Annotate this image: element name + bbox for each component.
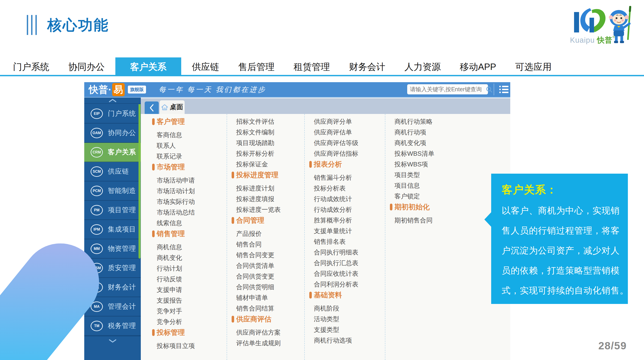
menu-item[interactable]: 招标文件评估 (227, 116, 304, 127)
menu-item[interactable]: 销售排名表 (305, 236, 385, 247)
top-tab[interactable]: 人力资源 (396, 57, 449, 76)
menu-item[interactable]: 投标保证金 (227, 159, 304, 170)
menu-item[interactable]: 项目类型 (385, 170, 466, 180)
menu-item[interactable]: 评估单生成规则 (227, 338, 304, 349)
top-tab[interactable]: 门户系统 (4, 57, 58, 76)
menu-item[interactable]: 投标WBS项 (385, 159, 466, 170)
menu-item[interactable]: 合同供货明细 (227, 282, 304, 292)
menu-item[interactable]: 销售漏斗分析 (305, 172, 385, 183)
top-tab[interactable]: 租赁管理 (285, 57, 338, 76)
menu-item[interactable]: 合同应收统计表 (305, 268, 385, 279)
menu-item[interactable]: 竞争分析 (148, 317, 227, 327)
search-input[interactable] (407, 86, 486, 93)
menu-item[interactable]: 供应商评估单 (305, 127, 385, 138)
menu-item[interactable]: 支援单量统计 (305, 226, 385, 236)
menu-item[interactable]: 行动计划 (148, 263, 227, 274)
search-icon[interactable] (486, 86, 492, 93)
top-tab[interactable]: 供应链 (184, 57, 228, 76)
top-tab[interactable]: 可选应用 (507, 57, 560, 76)
menu-item[interactable]: 产品报价 (227, 228, 304, 239)
menu-section-header: 销售管理 (148, 228, 227, 239)
menu-item[interactable]: 供应商评分单 (305, 116, 385, 127)
menu-item[interactable]: 支援申请 (148, 284, 227, 295)
menu-item[interactable]: 投标项目立项 (148, 341, 227, 351)
sidebar-item-ipm[interactable]: IPM集成项目 (84, 220, 141, 239)
menu-item[interactable]: 投标WBS清单 (385, 148, 466, 159)
menu-item[interactable]: 商机行动项 (385, 127, 466, 138)
menu-item[interactable]: 客商信息 (148, 130, 227, 140)
menu-item[interactable]: 商机行动策略 (385, 116, 466, 127)
slide: 核心功能 (0, 0, 644, 360)
menu-item[interactable]: 行动成效分析 (305, 204, 385, 215)
module-acronym-badge: OAM (90, 128, 103, 138)
sidebar-scrollbar[interactable] (138, 104, 140, 259)
menu-item[interactable]: 合同供货清单 (227, 260, 304, 271)
top-tab[interactable]: 移动APP (452, 57, 504, 76)
app-header: 快普· 易 旗舰版 每一年 每一天 我们都在进步 (84, 82, 510, 98)
menu-item[interactable]: 支援类型 (305, 324, 385, 335)
menu-item[interactable]: 商机变化项 (385, 138, 466, 148)
menu-item[interactable]: 联系记录 (148, 151, 227, 162)
menu-item[interactable]: 联系人 (148, 140, 227, 151)
callout-tail (484, 212, 492, 227)
sidebar-item-pm[interactable]: PM项目管理 (84, 201, 141, 220)
top-tab[interactable]: 售后管理 (230, 57, 283, 76)
menu-item[interactable]: 销售合同变更 (227, 250, 304, 260)
menu-item[interactable]: 支援报告 (148, 295, 227, 306)
back-button[interactable] (145, 101, 159, 114)
brand-logo: Kuaipu 快普® (570, 4, 638, 49)
top-tab[interactable]: 客户关系 (115, 57, 181, 76)
menu-item[interactable]: 供应商评估方案 (227, 327, 304, 338)
top-tab[interactable]: 财务会计 (340, 57, 394, 76)
menu-item[interactable]: 投标文件编制 (227, 127, 304, 138)
menu-item[interactable]: 投标进度计划 (227, 183, 304, 194)
sidebar-item-crm[interactable]: CRM客户关系 (84, 143, 141, 162)
menu-item[interactable]: 项目信息 (385, 180, 466, 191)
menu-item[interactable]: 市场活动计划 (148, 186, 227, 196)
menu-item[interactable]: 供应商评估指标 (305, 148, 385, 159)
sidebar-item-scm[interactable]: SCM供应链 (84, 162, 141, 181)
menu-item[interactable]: 投标开标分析 (227, 148, 304, 159)
menu-item[interactable]: 客户锁定 (385, 191, 466, 202)
sidebar-item-oam[interactable]: OAM协同办公 (84, 123, 141, 143)
module-acronym-badge: CRM (90, 147, 103, 158)
menu-item[interactable]: 商机信息 (148, 242, 227, 252)
top-tab[interactable]: 协同办公 (60, 57, 113, 76)
menu-item[interactable]: 辅材申请单 (227, 292, 304, 303)
menu-list-icon[interactable] (499, 85, 509, 94)
tab-desktop[interactable]: 桌面 (160, 100, 184, 114)
menu-item[interactable]: 合同执行汇总表 (305, 258, 385, 268)
sidebar-item-eip[interactable]: EIP门户系统 (84, 104, 141, 123)
callout-body: 以客户、商机为中心，实现销售人员的行销过程管理，将客户沉淀为公司资产，减少对人员… (502, 201, 618, 301)
menu-item[interactable]: 商机行动选项 (305, 335, 385, 346)
menu-item[interactable]: 活动类型 (305, 314, 385, 324)
sidebar-item-tm[interactable]: TM税务管理 (84, 317, 141, 336)
menu-item[interactable]: 线索信息 (148, 218, 227, 228)
menu-item[interactable]: 投标分析表 (305, 183, 385, 194)
menu-item[interactable]: 期初销售合同 (385, 215, 466, 226)
menu-item[interactable]: 商机变化 (148, 252, 227, 263)
menu-item[interactable]: 合同执行明细表 (305, 247, 385, 258)
sidebar-scroll-up[interactable] (84, 98, 141, 104)
sidebar-item-label: 门户系统 (108, 109, 136, 118)
menu-item[interactable]: 销售合同 (227, 239, 304, 250)
menu-item[interactable]: 合同供货变更 (227, 271, 304, 282)
sidebar-scroll-down[interactable] (84, 336, 141, 360)
menu-item[interactable]: 胜算概率分析 (305, 215, 385, 226)
search-box[interactable] (407, 84, 488, 95)
menu-item[interactable]: 合同利润分析表 (305, 279, 385, 290)
menu-item[interactable]: 行动反馈 (148, 274, 227, 284)
menu-item[interactable]: 市场活动总结 (148, 207, 227, 218)
menu-item[interactable]: 投标进度一览表 (227, 204, 304, 215)
menu-item[interactable]: 市场活动申请 (148, 175, 227, 186)
menu-item[interactable]: 项目现场踏勘 (227, 138, 304, 148)
menu-item[interactable]: 投标进度填报 (227, 194, 304, 204)
menu-item[interactable]: 销售合同结算 (227, 303, 304, 314)
sidebar-item-mm[interactable]: MM物资管理 (84, 239, 141, 259)
menu-item[interactable]: 市场实际行动 (148, 196, 227, 207)
menu-item[interactable]: 商机阶段 (305, 303, 385, 314)
menu-item[interactable]: 行动成效统计 (305, 194, 385, 204)
menu-item[interactable]: 供应商评估等级 (305, 138, 385, 148)
sidebar-item-pcm[interactable]: PCM智能制造 (84, 181, 141, 201)
menu-item[interactable]: 竞争对手 (148, 306, 227, 317)
